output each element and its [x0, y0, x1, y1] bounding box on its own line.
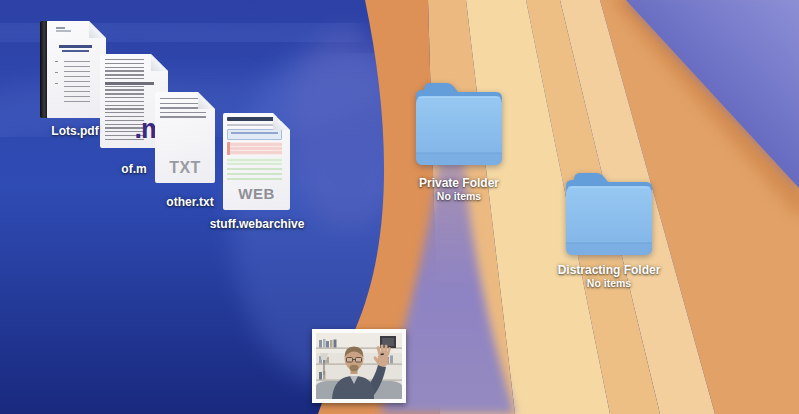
desktop: Lots.pdf .m of.m TXT other.txt — [0, 0, 799, 414]
webpage-pink-panel — [227, 142, 282, 155]
txt-badge: TXT — [155, 160, 215, 176]
photo-thumbnail — [316, 333, 402, 399]
photo-file[interactable] — [312, 329, 406, 403]
page-fold-corner — [151, 54, 168, 71]
page-fold-corner — [89, 21, 106, 38]
file-stuff-webarchive[interactable]: WEB — [223, 113, 290, 210]
folder-label-private[interactable]: Private Folder — [419, 177, 499, 190]
webpage-green-panel — [227, 158, 282, 165]
folder-private[interactable] — [413, 80, 505, 168]
pdf-page — [46, 21, 106, 118]
folder-status-private: No items — [437, 191, 481, 202]
page-fold-corner — [198, 92, 215, 109]
webarchive-page: WEB — [223, 113, 290, 210]
file-label-of-m[interactable]: of.m — [121, 163, 146, 176]
preview-lines — [64, 61, 90, 102]
folder-distracting[interactable] — [563, 170, 655, 258]
web-badge: WEB — [223, 186, 290, 201]
file-lots-pdf[interactable] — [40, 21, 106, 118]
txt-page: TXT — [155, 92, 215, 183]
folder-icon — [563, 170, 655, 258]
file-other-txt[interactable]: TXT — [155, 92, 215, 183]
folder-status-distracting: No items — [587, 278, 631, 289]
file-label-other-txt[interactable]: other.txt — [166, 196, 213, 209]
webpage-blue-panel — [227, 129, 282, 140]
file-label-lots-pdf[interactable]: Lots.pdf — [51, 125, 98, 138]
folder-icon — [413, 80, 505, 168]
page-fold-corner — [273, 113, 290, 130]
pdf-spine — [40, 21, 47, 118]
folder-label-distracting[interactable]: Distracting Folder — [558, 264, 661, 277]
file-label-stuff-webarchive[interactable]: stuff.webarchive — [210, 218, 305, 231]
